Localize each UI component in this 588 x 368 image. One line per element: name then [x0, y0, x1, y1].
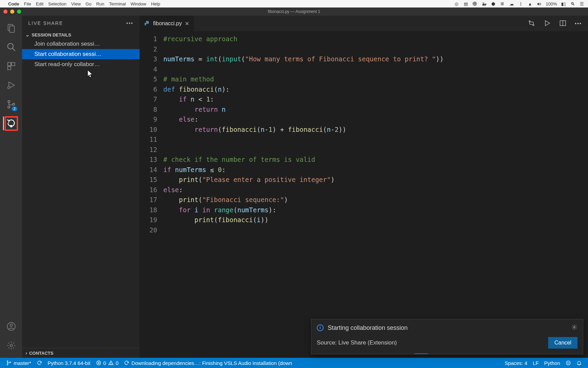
window-minimize-button[interactable] — [10, 10, 14, 14]
code-line[interactable]: else: — [163, 185, 588, 195]
activity-live-share[interactable] — [3, 114, 19, 133]
activity-search[interactable] — [3, 37, 19, 57]
svg-rect-4 — [7, 63, 11, 66]
section-session-details-label: SESSION DETAILS — [32, 32, 71, 37]
code-line[interactable]: else: — [163, 114, 588, 125]
package-icon[interactable]: ⬢ — [491, 1, 496, 6]
docker-icon[interactable]: 🐳︎ — [481, 1, 487, 6]
activity-extensions[interactable] — [3, 57, 19, 76]
code-line[interactable]: # main method — [163, 74, 588, 85]
activity-explorer[interactable] — [3, 18, 19, 37]
info-icon: i — [317, 324, 324, 331]
svg-point-9 — [8, 101, 10, 103]
battery-percent[interactable]: 100% — [546, 1, 557, 6]
code-line[interactable] — [163, 135, 588, 145]
code-editor[interactable]: 1234567891011121314151617181920 #recursi… — [140, 31, 588, 358]
code-line[interactable]: if n < 1: — [163, 94, 588, 105]
svg-point-2 — [7, 44, 13, 49]
window-zoom-button[interactable] — [17, 10, 21, 14]
code-line[interactable]: print("Please enter a positive integer") — [163, 175, 588, 185]
line-number: 4 — [140, 64, 157, 75]
status-sync-icon[interactable] — [34, 360, 45, 366]
status-bell-icon[interactable] — [574, 360, 585, 366]
code-line[interactable]: for i in range(numTerms): — [163, 205, 588, 215]
menu-run[interactable]: Run — [96, 1, 104, 6]
code-line[interactable] — [163, 145, 588, 155]
code-line[interactable]: print("Fibonacci sequence:") — [163, 195, 588, 205]
svg-point-10 — [8, 106, 10, 108]
activity-run[interactable] — [3, 76, 19, 95]
svg-point-23 — [7, 361, 8, 362]
sidebar-item-2[interactable]: Start read-only collabor… — [22, 59, 140, 70]
section-contacts[interactable]: › CONTACTS — [22, 348, 140, 358]
db-icon[interactable]: ▤ — [463, 1, 469, 6]
code-line[interactable]: if numTerms ≤ 0: — [163, 165, 588, 175]
menu-view[interactable]: View — [71, 1, 81, 6]
code-line[interactable]: #recursive approach — [163, 34, 588, 44]
editor-more-icon[interactable]: ••• — [575, 21, 582, 26]
run-file-icon[interactable] — [543, 19, 551, 28]
globe-icon[interactable]: 🌐︎ — [472, 1, 478, 6]
window-close-button[interactable] — [3, 10, 7, 14]
code-line[interactable]: return(fibonacci(n-1) + fibonacci(n-2)) — [163, 125, 588, 135]
activity-source-control[interactable]: 2 — [3, 95, 19, 114]
menu-file[interactable]: File — [24, 1, 31, 6]
sidebar-item-0[interactable]: Join collaboration sessi… — [22, 39, 140, 49]
code-line[interactable] — [163, 64, 588, 75]
code-line[interactable]: # check if the number of terms is valid — [163, 155, 588, 165]
wifi-icon[interactable]: ▲ — [527, 1, 533, 6]
vol-icon[interactable]: 🔊︎ — [537, 1, 542, 6]
line-number-gutter: 1234567891011121314151617181920 — [140, 31, 163, 358]
menu-terminal[interactable]: Terminal — [109, 1, 126, 6]
cloud-icon[interactable]: ☁︎ — [509, 1, 514, 6]
status-downloading[interactable]: Downloading dependencies…: Finishing VSL… — [121, 360, 295, 366]
menu-go[interactable]: Go — [85, 1, 91, 6]
status-spaces[interactable]: Spaces: 4 — [502, 360, 530, 366]
line-number: 19 — [140, 215, 157, 225]
status-language[interactable]: Python — [541, 360, 563, 366]
app-name[interactable]: Code — [8, 1, 19, 6]
tab-filename: fibonacci.py — [153, 20, 182, 27]
menu-edit[interactable]: Edit — [36, 1, 43, 6]
status-branch[interactable]: master* — [3, 360, 34, 366]
sidebar-item-1[interactable]: Start collaboration sessi… — [22, 49, 140, 59]
notification-gear-icon[interactable] — [571, 324, 577, 332]
code-line[interactable] — [163, 225, 588, 235]
notification-title: Starting collaboration session — [328, 324, 567, 332]
activity-accounts[interactable] — [3, 317, 19, 336]
sync-icon[interactable]: ◎ — [454, 1, 459, 6]
status-eol[interactable]: LF — [530, 360, 542, 366]
tab-close-icon[interactable]: ✕ — [185, 20, 189, 27]
spotlight-icon[interactable]: 🔍︎ — [570, 1, 575, 6]
line-number: 7 — [140, 94, 157, 105]
svg-point-30 — [111, 364, 111, 364]
section-session-details[interactable]: ⌄ SESSION DETAILS — [22, 31, 140, 39]
compare-changes-icon[interactable] — [528, 19, 535, 28]
mac-menubar: Code File Edit Selection View Go Run Ter… — [0, 0, 588, 7]
control-center-icon[interactable]: ☰ — [579, 1, 585, 6]
code-line[interactable]: return n — [163, 105, 588, 115]
status-python[interactable]: Python 3.7.4 64-bit — [45, 360, 93, 366]
code-line[interactable] — [163, 44, 588, 55]
code-line[interactable]: print(fibonacci(i)) — [163, 215, 588, 225]
menu-help[interactable]: Help — [151, 1, 160, 6]
code-line[interactable]: numTerms = int(input("How many terms of … — [163, 54, 588, 64]
activity-settings[interactable] — [3, 336, 19, 355]
battery-icon[interactable]: ▮▯ — [561, 1, 566, 6]
line-number: 11 — [140, 135, 157, 145]
menu-selection[interactable]: Selection — [48, 1, 66, 6]
status-errors[interactable]: 0 0 — [93, 360, 121, 366]
sidebar-more-icon[interactable]: ••• — [126, 20, 133, 26]
notification-cancel-button[interactable]: Cancel — [548, 337, 577, 349]
bt-icon[interactable]: ᛒ — [518, 1, 524, 6]
menu-window[interactable]: Window — [131, 1, 146, 6]
split-editor-icon[interactable] — [559, 19, 567, 28]
shield-icon[interactable]: ⛨ — [500, 1, 505, 6]
line-number: 10 — [140, 125, 157, 135]
code-line[interactable]: def fibonacci(n): — [163, 85, 588, 95]
code-content[interactable]: #recursive approachnumTerms = int(input(… — [163, 31, 588, 358]
status-feedback-icon[interactable] — [563, 360, 574, 366]
chevron-right-icon: › — [26, 350, 27, 356]
tab-fibonacci[interactable]: fibonacci.py ✕ — [140, 16, 194, 31]
notification-progress — [311, 353, 583, 354]
